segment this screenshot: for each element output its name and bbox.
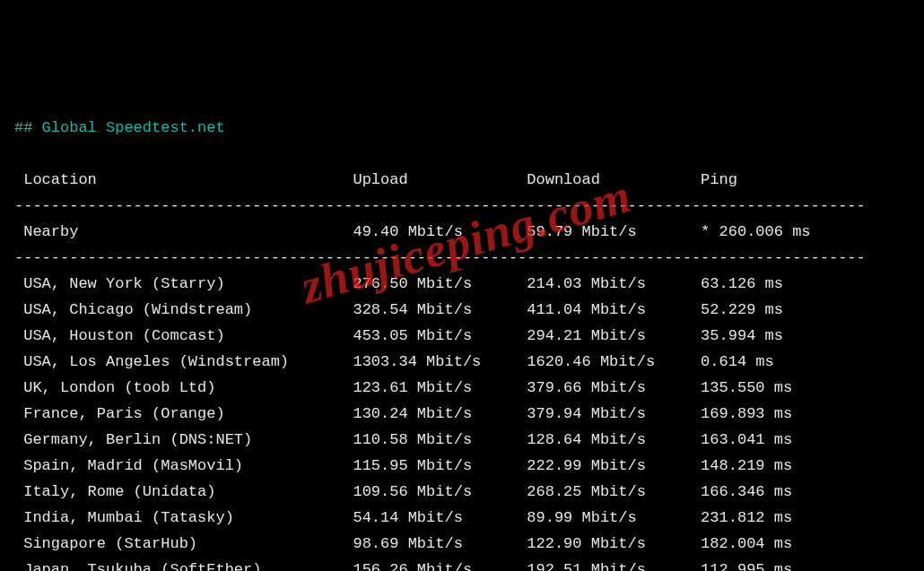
table-row: Spain, Madrid (MasMovil) 115.95 Mbit/s 2… <box>14 457 792 474</box>
table-row: Germany, Berlin (DNS:NET) 110.58 Mbit/s … <box>14 431 792 448</box>
separator: ----------------------------------------… <box>14 197 866 214</box>
table-row: USA, Los Angeles (Windstream) 1303.34 Mb… <box>14 353 774 370</box>
table-row: UK, London (toob Ltd) 123.61 Mbit/s 379.… <box>14 379 792 396</box>
table-row: France, Paris (Orange) 130.24 Mbit/s 379… <box>14 405 792 422</box>
table-row: USA, New York (Starry) 276.50 Mbit/s 214… <box>14 275 783 292</box>
table-row: USA, Houston (Comcast) 453.05 Mbit/s 294… <box>14 327 783 344</box>
table-row: Nearby 49.40 Mbit/s 59.79 Mbit/s * 260.0… <box>14 223 811 240</box>
table-row: USA, Chicago (Windstream) 328.54 Mbit/s … <box>14 301 783 318</box>
table-row: Singapore (StarHub) 98.69 Mbit/s 122.90 … <box>14 535 792 552</box>
table-header: Location Upload Download Ping <box>14 171 737 188</box>
section-heading: ## Global Speedtest.net <box>14 119 225 136</box>
table-row: Italy, Rome (Unidata) 109.56 Mbit/s 268.… <box>14 483 792 500</box>
terminal-output: ## Global Speedtest.net Location Upload … <box>14 115 910 571</box>
table-row: India, Mumbai (Tatasky) 54.14 Mbit/s 89.… <box>14 509 792 526</box>
table-row: Japan, Tsukuba (SoftEther) 156.26 Mbit/s… <box>14 561 792 571</box>
separator: ----------------------------------------… <box>14 249 866 266</box>
